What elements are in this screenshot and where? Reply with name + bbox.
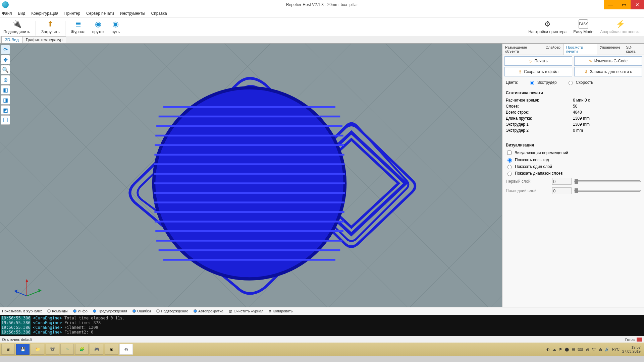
last-layer-input[interactable]	[552, 187, 572, 194]
show-travel-checkbox[interactable]: Визуализация перемещений	[506, 149, 641, 156]
menu-tools[interactable]: Инструменты	[120, 11, 145, 16]
log-toolbar: Показывать в журнале: Команды Инфо Преду…	[0, 307, 644, 315]
tab-object-placement[interactable]: Размещение объекта	[502, 44, 543, 55]
tab-manual-control[interactable]: Управление	[597, 44, 623, 55]
taskbar-save-icon[interactable]: 💾	[16, 344, 30, 355]
tray-icon[interactable]: ◐	[546, 347, 550, 352]
log-filter-ack[interactable]: Подтверждение	[156, 309, 188, 313]
taskbar-explorer-icon[interactable]: 📁	[31, 344, 44, 355]
tab-print-preview[interactable]: Просмотр печати	[563, 44, 597, 55]
taskbar-gamepad-icon[interactable]: 🎮	[90, 344, 103, 355]
tray-icon[interactable]: 🖨	[586, 347, 589, 351]
fit-tool[interactable]: ⊗	[1, 75, 10, 84]
color-speed-radio[interactable]: Скорость	[567, 80, 593, 85]
easy-mode-button[interactable]: EASY Easy Mode	[570, 18, 597, 36]
tray-icon[interactable]: ⬤	[565, 347, 569, 352]
first-layer-slider[interactable]	[574, 180, 641, 182]
connection-indicator	[637, 338, 642, 342]
close-button[interactable]: ✕	[631, 0, 644, 9]
color-extruder-radio[interactable]: Экструдер	[528, 80, 557, 85]
3d-viewport[interactable]: ⟳ ✥ 🔍 ⊗ ◧ ◨ ◩ ❐	[0, 44, 502, 307]
gear-icon: ⚙	[543, 19, 552, 29]
log-filter-warnings[interactable]: Предупреждения	[93, 309, 127, 313]
front-view-tool[interactable]: ◨	[1, 95, 10, 105]
taskbar-app1-icon[interactable]: ➰	[46, 344, 59, 355]
log-panel[interactable]: 19:56:55.386 <CuraEngine> Total time ela…	[0, 315, 644, 336]
tray-icon[interactable]: ⚑	[559, 347, 562, 352]
menu-printer[interactable]: Принтер	[64, 11, 80, 16]
window-titlebar: Repetier-Host V2.1.3 - 20mm_box_pillar —…	[0, 0, 644, 9]
zoom-tool[interactable]: 🔍	[1, 65, 10, 74]
taskbar-arduino-icon[interactable]: ∞	[60, 344, 74, 355]
taskbar-chrome-icon[interactable]: ◉	[105, 344, 118, 355]
system-tray: ◐ ☁ ⚑ ⬤ ▤ ⌨ 🖨 🛡 🖧 🔊 РУС 19:5727.03.2019	[546, 345, 643, 353]
menu-file[interactable]: Файл	[2, 11, 12, 16]
log-clear-button[interactable]: 🗑Очистить журнал	[229, 309, 264, 313]
log-button[interactable]: ≣ Журнал	[67, 18, 89, 36]
os-taskbar: ⊞ 💾 📁 ➰ ∞ 🧩 🎮 ◉ ◴ ◐ ☁ ⚑ ⬤ ▤ ⌨ 🖨 🛡 🖧 🔊 РУ…	[0, 343, 644, 356]
connect-button[interactable]: 🔌 Подсоединить	[0, 18, 34, 36]
easy-icon: EASY	[579, 19, 588, 29]
tab-sd-card[interactable]: SD-карта	[623, 44, 644, 55]
main-toolbar: 🔌 Подсоединить ⬆︎ Загрузить ≣ Журнал ◉ п…	[0, 17, 644, 36]
maximize-button[interactable]: ▭	[617, 0, 631, 9]
tray-clock[interactable]: 19:5727.03.2019	[622, 345, 641, 353]
connection-status: Отключен: default	[2, 338, 32, 342]
tray-icon[interactable]: 🖧	[598, 347, 602, 351]
app-icon	[2, 1, 9, 8]
svg-line-24	[27, 291, 40, 296]
viz-header: Визуализация	[504, 141, 642, 148]
log-filter-info[interactable]: Инфо	[73, 309, 88, 313]
emergency-stop-button[interactable]: ⚡ Аварийная остановка	[597, 18, 644, 36]
edit-gcode-button[interactable]: ✎Изменить G-Code	[574, 56, 642, 66]
svg-marker-25	[38, 289, 42, 292]
menu-view[interactable]: Вид	[18, 11, 25, 16]
menu-help[interactable]: Справка	[151, 11, 167, 16]
tray-icon[interactable]: ☁	[552, 347, 556, 352]
tab-temperature[interactable]: График температур	[22, 36, 66, 43]
print-button[interactable]: ▷Печать	[504, 56, 572, 66]
filament-button[interactable]: ◉ пруток	[89, 18, 108, 36]
tray-icon[interactable]: 🔊	[605, 347, 609, 352]
menu-config[interactable]: Конфигурация	[31, 11, 58, 16]
top-view-tool[interactable]: ◩	[1, 105, 10, 115]
load-icon: ⬆︎	[46, 19, 55, 29]
start-button[interactable]: ⊞	[1, 344, 15, 355]
log-filter-errors[interactable]: Ошибки	[132, 309, 151, 313]
last-layer-slider[interactable]	[574, 190, 641, 192]
axis-gizmo	[13, 278, 44, 301]
minimize-button[interactable]: —	[604, 0, 617, 9]
stats-table: Расчетное время:6 мин:0 с Слоев:50 Всего…	[504, 97, 642, 133]
log-autoscroll[interactable]: Автопрокрутка	[194, 309, 223, 313]
view-tab-bar: 3D-Вид График температур	[0, 36, 644, 44]
path-button[interactable]: ◉ путь	[108, 18, 124, 36]
save-sd-button[interactable]: ⇩Записать для печати с	[574, 67, 642, 76]
tray-icon[interactable]: ⌨	[578, 347, 583, 352]
show-single-radio[interactable]: Показать один слой	[506, 164, 641, 169]
tray-icon[interactable]: 🛡	[592, 347, 596, 351]
parallel-view-tool[interactable]: ❐	[1, 115, 10, 125]
save-file-button[interactable]: ⇪Сохранить в файл	[504, 67, 572, 76]
taskbar-app2-icon[interactable]: 🧩	[75, 344, 89, 355]
log-filter-commands[interactable]: Команды	[47, 309, 68, 313]
iso-view-tool[interactable]: ◧	[1, 85, 10, 95]
first-layer-input[interactable]	[552, 178, 572, 185]
show-range-radio[interactable]: Показать диапазон слоев	[506, 171, 641, 176]
rotate-tool[interactable]: ⟳	[1, 45, 10, 54]
taskbar-repetier-icon[interactable]: ◴	[119, 344, 133, 355]
plug-icon: 🔌	[12, 19, 21, 29]
log-icon: ≣	[73, 19, 83, 29]
menu-printserver[interactable]: Сервер печати	[86, 11, 114, 16]
show-all-radio[interactable]: Показать весь код	[506, 157, 641, 163]
log-copy-button[interactable]: ⧉Копировать	[269, 309, 292, 313]
load-button[interactable]: ⬆︎ Загрузить	[38, 18, 63, 36]
move-tool[interactable]: ✥	[1, 55, 10, 64]
printer-settings-button[interactable]: ⚙ Настройки принтера	[525, 18, 570, 36]
tab-3d-view[interactable]: 3D-Вид	[1, 36, 22, 43]
edit-icon: ✎	[589, 59, 592, 64]
tab-slicer[interactable]: Слайсер	[543, 44, 564, 55]
app-status-bar: Отключен: default Готов	[0, 336, 644, 343]
tray-icon[interactable]: ▤	[572, 347, 575, 352]
last-layer-label: Последний слой:	[506, 188, 549, 193]
tray-lang[interactable]: РУС	[612, 347, 620, 351]
